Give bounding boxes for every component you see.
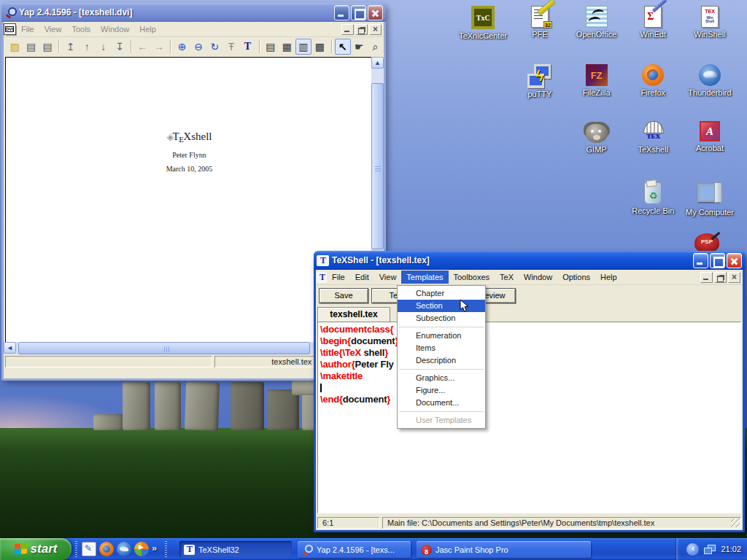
maximize-button[interactable] <box>710 253 725 268</box>
zoom-in-icon[interactable]: ⊕ <box>174 39 190 55</box>
show-desktop-icon[interactable] <box>82 542 96 556</box>
horizontal-scroll-thumb[interactable] <box>18 342 310 354</box>
hand-tool-icon[interactable]: ☛ <box>351 39 367 55</box>
text-mode-icon[interactable]: T <box>239 39 255 55</box>
desktop-icon-recycle-bin[interactable]: ♻Recycle Bin <box>624 182 681 215</box>
menu-separator <box>399 411 484 412</box>
editor-textarea[interactable]: \documentclass{\begin{document}\title{\T… <box>317 322 741 513</box>
menu-view[interactable]: View <box>374 271 402 284</box>
taskbar-button-yap-2-4-1596-texs-[interactable]: Yap 2.4.1596 - [texs... <box>298 541 411 558</box>
vertical-scroll-thumb[interactable] <box>371 83 384 249</box>
mdi-close-button[interactable] <box>369 24 382 35</box>
zoom-out-icon[interactable]: ⊖ <box>190 39 206 55</box>
desktop-icon-my-computer[interactable]: My Computer <box>681 182 738 217</box>
first-page-icon[interactable]: ↥ <box>62 39 78 55</box>
view-continuous-icon[interactable]: ▥ <box>295 39 311 55</box>
desktop-icon-openoffice[interactable]: OpenOffice <box>568 6 625 39</box>
next-page-icon[interactable]: ↓ <box>95 39 111 55</box>
template-menu-item-section[interactable]: Section <box>398 300 485 312</box>
template-menu-item-subsection[interactable]: Subsection <box>398 312 485 324</box>
menu-view[interactable]: View <box>39 23 67 36</box>
yap-titlebar[interactable]: Yap 2.4.1596 - [texshell.dvi] <box>1 3 386 22</box>
network-tray-icon[interactable] <box>704 545 716 554</box>
editor-line: \author{Peter Fly <box>320 359 740 370</box>
forward-icon[interactable]: → <box>151 39 167 55</box>
menu-options[interactable]: Options <box>557 271 595 284</box>
menu-edit[interactable]: Edit <box>350 271 374 284</box>
menu-window[interactable]: Window <box>519 271 557 284</box>
dvi-document-icon[interactable] <box>4 23 16 35</box>
mdi-restore-button[interactable] <box>714 272 727 283</box>
desktop-icon-filezilla[interactable]: FZFileZilla <box>568 64 625 97</box>
open-folder-icon[interactable]: ▨ <box>7 39 23 55</box>
gimp-icon <box>586 124 608 143</box>
menu-separator <box>399 369 484 370</box>
taskbar-button-texshell32[interactable]: TeXShell32 <box>179 541 292 558</box>
tray-collapse-chevron-icon[interactable]: ‹ <box>686 543 699 556</box>
menu-file[interactable]: File <box>16 23 39 36</box>
view-facing-pages-icon[interactable]: ▦ <box>279 39 295 55</box>
menu-templates[interactable]: Templates <box>401 271 448 284</box>
quicklaunch-overflow-chevron[interactable]: » <box>152 542 157 553</box>
template-menu-item-enumeration[interactable]: Enumeration <box>398 330 485 342</box>
desktop-icon-firefox[interactable]: Firefox <box>624 64 681 97</box>
scroll-left-button[interactable]: ◄ <box>4 342 16 354</box>
menu-tools[interactable]: Tools <box>66 23 96 36</box>
close-button[interactable] <box>368 5 383 20</box>
resize-grip[interactable] <box>731 518 740 527</box>
template-menu-item-graphics-[interactable]: Graphics... <box>398 372 485 384</box>
thunderbird-quicklaunch-icon[interactable] <box>117 542 131 556</box>
minimize-button[interactable] <box>334 5 349 20</box>
print-page-icon[interactable]: ▤ <box>39 39 55 55</box>
paint-shop-pro-desktop-icon[interactable]: PSP <box>694 233 719 252</box>
tab-texshell-tex[interactable]: texshell.tex <box>317 307 390 322</box>
maximize-button[interactable] <box>351 5 366 20</box>
mdi-minimize-button[interactable] <box>341 24 354 35</box>
task-label: Jasc Paint Shop Pro <box>436 545 508 554</box>
close-button[interactable] <box>727 253 742 268</box>
ruler-text-icon[interactable]: Ŧ <box>223 39 239 55</box>
magnifier-icon[interactable]: ⌕ <box>368 39 384 55</box>
menu-help[interactable]: Help <box>134 23 161 36</box>
print-icon[interactable]: ▤ <box>23 39 39 55</box>
mdi-minimize-button[interactable] <box>700 272 713 283</box>
menu-help[interactable]: Help <box>595 271 622 284</box>
menu-toolboxes[interactable]: Toolboxes <box>449 271 495 284</box>
menu-window[interactable]: Window <box>96 23 134 36</box>
desktop-icon-texshell[interactable]: TEXTeXshell <box>624 121 681 154</box>
template-menu-item-description[interactable]: Description <box>398 354 485 367</box>
desktop-icon-texniccenter[interactable]: TxCTeXnicCenter <box>454 6 511 40</box>
taskbar-button-jasc-paint-shop-pro[interactable]: 8Jasc Paint Shop Pro <box>417 541 591 558</box>
template-menu-item-figure-[interactable]: Figure... <box>398 384 485 397</box>
scroll-up-button[interactable]: ▲ <box>371 57 384 69</box>
desktop-icon-winedt[interactable]: ΣWinEdt <box>624 6 681 39</box>
last-page-icon[interactable]: ↧ <box>112 39 128 55</box>
back-icon[interactable]: ← <box>134 39 150 55</box>
select-arrow-icon[interactable]: ↖ <box>335 39 351 55</box>
template-menu-item-document-[interactable]: Document... <box>398 397 485 409</box>
desktop-icon-putty[interactable]: ϟpuTTY <box>511 64 568 98</box>
desktop-icon-winshell[interactable]: TEXWin ShellWinShell <box>681 6 738 39</box>
media-player-quicklaunch-icon[interactable] <box>134 542 149 556</box>
texshell-titlebar[interactable]: TeXShell - [texshell.tex] <box>314 251 745 270</box>
template-menu-item-items[interactable]: Items <box>398 342 485 354</box>
desktop-icon-thunderbird[interactable]: Thunderbird <box>681 64 738 97</box>
prev-page-icon[interactable]: ↑ <box>79 39 95 55</box>
desktop-icon-pfe[interactable]: 32PFE <box>511 6 568 39</box>
winedt-icon: Σ <box>644 6 662 28</box>
menu-tex[interactable]: TeX <box>495 271 519 284</box>
template-menu-item-chapter[interactable]: Chapter <box>398 287 485 300</box>
mdi-document-icon[interactable] <box>316 272 327 283</box>
refresh-icon[interactable]: ↻ <box>206 39 222 55</box>
start-button[interactable]: start <box>0 538 71 560</box>
desktop-icon-gimp[interactable]: GIMP <box>568 121 625 154</box>
mdi-close-button[interactable] <box>728 272 740 283</box>
firefox-quicklaunch-icon[interactable] <box>99 542 114 556</box>
minimize-button[interactable] <box>693 253 708 268</box>
desktop-icon-acrobat[interactable]: AAcrobat <box>681 121 738 152</box>
mdi-restore-button[interactable] <box>355 24 368 35</box>
view-single-page-icon[interactable]: ▤ <box>263 39 279 55</box>
view-continuous-facing-icon[interactable]: ▩ <box>311 39 328 55</box>
menu-file[interactable]: File <box>327 271 350 284</box>
save-button[interactable]: Save <box>319 288 368 303</box>
